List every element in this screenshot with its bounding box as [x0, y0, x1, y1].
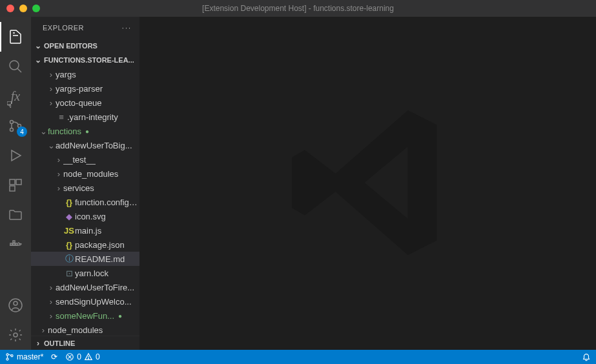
chevron-right-icon: ›: [46, 98, 56, 108]
file-type-icon: {}: [63, 240, 75, 250]
tree-item-label: someNewFun...: [56, 311, 114, 321]
account-icon[interactable]: [0, 290, 31, 320]
minimize-window-button[interactable]: [19, 5, 27, 12]
tree-item-label: sendSignUpWelco...: [56, 297, 132, 307]
traffic-lights: [0, 5, 40, 12]
file-type-icon: ≡: [56, 112, 67, 122]
main-area: fx ☟ 4 EXPLORER ···: [0, 17, 596, 350]
tree-item-label: addNewUserToBig...: [56, 141, 132, 150]
svg-point-22: [88, 358, 89, 359]
chevron-down-icon: ⌄: [39, 126, 48, 136]
svg-point-17: [11, 355, 13, 357]
tree-item[interactable]: ⊡yarn.lock: [31, 266, 139, 280]
tree-item-label: node_modules: [48, 325, 103, 335]
tree-item-label: icon.svg: [75, 212, 106, 221]
tree-item[interactable]: ⌄addNewUserToBig...: [31, 138, 139, 152]
svg-rect-7: [10, 186, 15, 191]
branch-name: master*: [17, 352, 43, 361]
tree-item-label: functions: [48, 126, 81, 136]
tree-item[interactable]: ›yargs-parser: [31, 81, 139, 96]
svg-rect-11: [13, 241, 15, 243]
svg-point-13: [14, 301, 17, 305]
title-bar: [Extension Development Host] - functions…: [0, 0, 596, 17]
problems-status[interactable]: 0 0: [65, 352, 99, 361]
tree-item[interactable]: ›sendSignUpWelco...: [31, 294, 139, 308]
tree-item-label: yargs: [56, 70, 76, 79]
tree-item-label: node_modules: [63, 169, 118, 179]
tree-item[interactable]: {}function.config.js...: [31, 195, 139, 209]
chevron-right-icon: ›: [39, 325, 48, 335]
docker-icon[interactable]: [0, 230, 31, 259]
git-branch-status[interactable]: master*: [5, 352, 43, 361]
outline-section[interactable]: › OUTLINE: [31, 336, 139, 350]
tree-item[interactable]: ⓘREADME.md: [31, 252, 139, 266]
svg-point-15: [6, 354, 8, 356]
tree-item-label: yocto-queue: [56, 98, 102, 108]
tree-item[interactable]: ›yargs: [31, 67, 139, 81]
file-tree[interactable]: ›yargs›yargs-parser›yocto-queue≡.yarn-in…: [31, 67, 139, 336]
fx-icon[interactable]: fx ☟: [0, 81, 31, 111]
close-window-button[interactable]: [6, 5, 14, 12]
folder-icon[interactable]: [0, 200, 31, 230]
svg-point-2: [10, 121, 14, 124]
source-control-badge: 4: [17, 126, 27, 137]
maximize-window-button[interactable]: [32, 5, 40, 12]
tree-item[interactable]: ⌄functions●: [31, 124, 139, 138]
vscode-watermark-icon: [278, 92, 458, 275]
chevron-down-icon: ⌄: [34, 41, 43, 50]
tree-item-label: function.config.js...: [75, 197, 139, 207]
explorer-more-icon[interactable]: ···: [122, 24, 132, 32]
tree-item[interactable]: ◆icon.svg: [31, 209, 139, 223]
file-type-icon: JS: [63, 226, 75, 236]
sidebar-header: EXPLORER ···: [31, 17, 139, 39]
file-type-icon: {}: [63, 197, 75, 207]
svg-point-14: [14, 333, 17, 337]
svg-rect-5: [10, 179, 15, 185]
tree-item[interactable]: JSmain.js: [31, 223, 139, 238]
svg-line-1: [17, 68, 21, 72]
status-bar: master* ⟳ 0 0: [0, 350, 596, 364]
chevron-right-icon: ›: [46, 70, 56, 79]
source-control-icon[interactable]: 4: [0, 111, 31, 141]
explorer-icon[interactable]: [0, 22, 31, 52]
window-title: [Extension Development Host] - functions…: [0, 4, 596, 13]
tree-item-label: addNewUserToFire...: [56, 283, 134, 292]
svg-point-16: [6, 358, 8, 360]
svg-rect-6: [16, 179, 21, 185]
tree-item-label: main.js: [75, 226, 101, 236]
outline-label: OUTLINE: [44, 339, 75, 347]
file-type-icon: ◆: [63, 212, 75, 221]
warning-count: 0: [96, 352, 100, 361]
open-editors-section[interactable]: ⌄ OPEN EDITORS: [31, 39, 139, 53]
search-icon[interactable]: [0, 52, 31, 81]
svg-point-3: [10, 128, 14, 132]
tree-item[interactable]: ›yocto-queue: [31, 96, 139, 110]
tree-item[interactable]: ≡.yarn-integrity: [31, 110, 139, 124]
tree-item[interactable]: ›node_modules: [31, 167, 139, 181]
chevron-down-icon: ⌄: [34, 56, 43, 65]
tree-item[interactable]: ›addNewUserToFire...: [31, 280, 139, 294]
file-type-icon: ⓘ: [63, 253, 75, 265]
chevron-right-icon: ›: [54, 169, 63, 179]
tree-item-label: yargs-parser: [56, 84, 103, 94]
tree-item[interactable]: ›someNewFun...●: [31, 308, 139, 323]
extensions-icon[interactable]: [0, 170, 31, 200]
tree-item-label: README.md: [75, 254, 125, 264]
tree-item-label: services: [63, 183, 94, 193]
tree-item[interactable]: ›services: [31, 181, 139, 195]
notifications-icon[interactable]: [582, 352, 591, 361]
folder-section[interactable]: ⌄ FUNCTIONS.STORE-LEA...: [31, 53, 139, 67]
chevron-right-icon: ›: [54, 155, 63, 165]
tree-item[interactable]: ›node_modules: [31, 323, 139, 336]
chevron-right-icon: ›: [46, 311, 56, 321]
chevron-right-icon: ›: [46, 283, 56, 292]
chevron-right-icon: ›: [54, 183, 63, 193]
tree-item[interactable]: ›__test__: [31, 152, 139, 167]
svg-point-0: [10, 61, 19, 70]
editor-area: [139, 17, 596, 350]
sync-status[interactable]: ⟳: [51, 352, 57, 361]
chevron-right-icon: ›: [34, 339, 43, 348]
tree-item[interactable]: {}package.json: [31, 238, 139, 252]
run-debug-icon[interactable]: [0, 141, 31, 170]
settings-gear-icon[interactable]: [0, 320, 31, 350]
